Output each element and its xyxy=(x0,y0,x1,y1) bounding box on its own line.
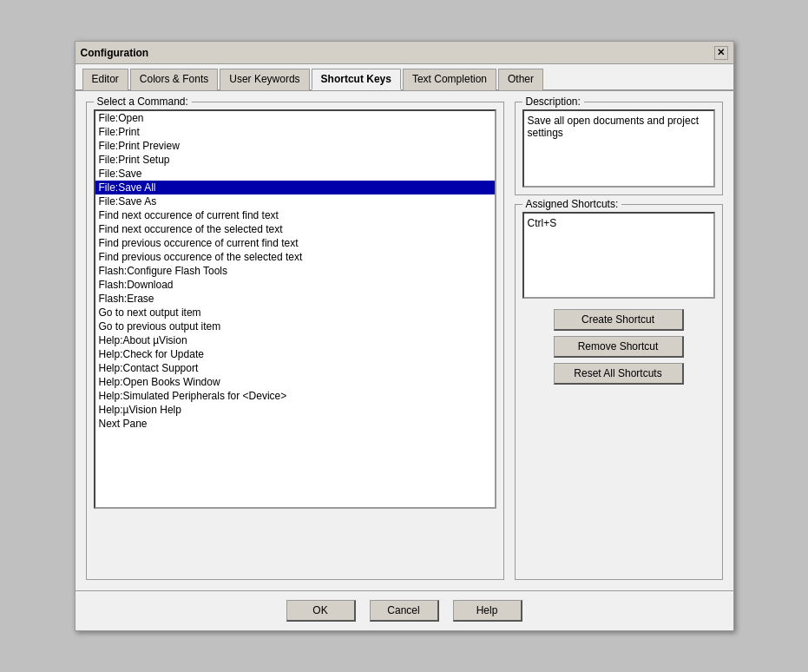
shortcuts-group: Assigned Shortcuts: Ctrl+S Create Shortc… xyxy=(515,204,723,580)
list-item[interactable]: Find next occurence of the selected text xyxy=(95,222,495,236)
tab-user-keywords[interactable]: User Keywords xyxy=(220,69,309,90)
list-item[interactable]: Find next occurence of current find text xyxy=(95,208,495,222)
list-item[interactable]: File:Print Preview xyxy=(95,139,495,153)
list-item[interactable]: Flash:Configure Flash Tools xyxy=(95,264,495,278)
footer: OK Cancel Help xyxy=(76,590,733,630)
list-item[interactable]: Go to next output item xyxy=(95,306,495,320)
list-item[interactable]: Find previous occurence of current find … xyxy=(95,236,495,250)
shortcuts-label: Assigned Shortcuts: xyxy=(522,198,622,210)
tab-colors-fonts[interactable]: Colors & Fonts xyxy=(130,69,218,90)
description-label: Description: xyxy=(522,96,584,108)
window-title: Configuration xyxy=(81,47,149,59)
list-item[interactable]: File:Print Setup xyxy=(95,153,495,167)
shortcut-item: Ctrl+S xyxy=(528,217,710,229)
tab-shortcut-keys[interactable]: Shortcut Keys xyxy=(312,69,401,90)
list-item[interactable]: Help:Open Books Window xyxy=(95,375,495,389)
list-item[interactable]: Help:About µVision xyxy=(95,333,495,347)
configuration-window: Configuration ✕ Editor Colors & Fonts Us… xyxy=(75,41,734,631)
cancel-button[interactable]: Cancel xyxy=(370,600,439,622)
select-command-label: Select a Command: xyxy=(94,96,192,108)
list-item[interactable]: Flash:Erase xyxy=(95,292,495,306)
select-command-group: Select a Command: File:OpenFile:PrintFil… xyxy=(86,102,504,580)
shortcut-list[interactable]: Ctrl+S xyxy=(522,212,715,299)
reset-all-shortcuts-button[interactable]: Reset All Shortcuts xyxy=(554,363,684,385)
content-area: Select a Command: File:OpenFile:PrintFil… xyxy=(76,91,733,590)
left-panel: Select a Command: File:OpenFile:PrintFil… xyxy=(86,102,504,580)
list-item[interactable]: Find previous occurence of the selected … xyxy=(95,250,495,264)
tab-editor[interactable]: Editor xyxy=(82,69,128,90)
list-item[interactable]: Help:Contact Support xyxy=(95,361,495,375)
main-row: Select a Command: File:OpenFile:PrintFil… xyxy=(86,102,723,580)
create-shortcut-button[interactable]: Create Shortcut xyxy=(554,309,684,331)
list-item[interactable]: File:Print xyxy=(95,125,495,139)
list-item[interactable]: Flash:Download xyxy=(95,278,495,292)
list-item[interactable]: Help:µVision Help xyxy=(95,403,495,417)
description-text: Save all open documents and project sett… xyxy=(522,109,715,188)
close-button[interactable]: ✕ xyxy=(714,46,728,60)
shortcut-buttons: Create Shortcut Remove Shortcut Reset Al… xyxy=(522,309,715,385)
remove-shortcut-button[interactable]: Remove Shortcut xyxy=(554,336,684,358)
list-item[interactable]: File:Save All xyxy=(95,181,495,194)
ok-button[interactable]: OK xyxy=(286,600,356,622)
list-item[interactable]: Help:Simulated Peripherals for <Device> xyxy=(95,389,495,403)
description-group: Description: Save all open documents and… xyxy=(515,102,723,195)
list-item[interactable]: File:Open xyxy=(95,111,495,125)
list-item[interactable]: Go to previous output item xyxy=(95,320,495,333)
list-item[interactable]: File:Save xyxy=(95,167,495,181)
command-list[interactable]: File:OpenFile:PrintFile:Print PreviewFil… xyxy=(94,109,496,509)
help-button[interactable]: Help xyxy=(453,600,522,622)
tab-other[interactable]: Other xyxy=(498,69,543,90)
tabs-bar: Editor Colors & Fonts User Keywords Shor… xyxy=(76,64,733,91)
list-item[interactable]: Next Pane xyxy=(95,417,495,431)
list-item[interactable]: File:Save As xyxy=(95,194,495,208)
title-bar: Configuration ✕ xyxy=(76,42,733,64)
list-item[interactable]: Help:Check for Update xyxy=(95,347,495,361)
right-panel: Description: Save all open documents and… xyxy=(515,102,723,580)
tab-text-completion[interactable]: Text Completion xyxy=(403,69,496,90)
